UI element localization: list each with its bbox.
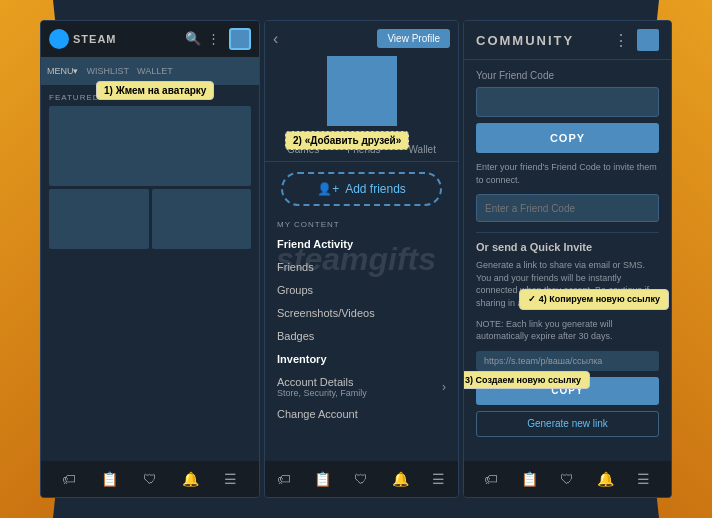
- bottom-menu-icon[interactable]: ☰: [222, 470, 240, 488]
- comm-bottom-bell-icon[interactable]: 🔔: [597, 470, 615, 488]
- bottom-tag-icon[interactable]: 🏷: [60, 470, 78, 488]
- steam-main-content: FEATURED & RECOMMENDED: [41, 85, 259, 461]
- steam-client-panel: STEAM 🔍 ⋮ 1) Жмем на аватарку MENU▾ WISH…: [40, 20, 260, 498]
- community-avatar: [637, 29, 659, 51]
- community-header: COMMUNITY ⋮: [464, 21, 671, 60]
- community-more-icon[interactable]: ⋮: [613, 31, 629, 50]
- profile-popup-panel: ‹ View Profile 2) «Добавить друзей» Game…: [264, 20, 459, 498]
- featured-item-1: [49, 189, 149, 249]
- popup-bottom-shield-icon[interactable]: 🛡: [352, 470, 370, 488]
- add-friends-icon: 👤+: [317, 182, 339, 196]
- featured-grid: [41, 106, 259, 249]
- steam-logo-text: STEAM: [73, 33, 117, 45]
- menu-item-menu[interactable]: MENU▾: [47, 66, 79, 76]
- friend-code-input[interactable]: [476, 87, 659, 117]
- nav-item-friend-activity[interactable]: Friend Activity: [265, 233, 458, 256]
- steam-bottom-bar: 🏷 📋 🛡 🔔 ☰: [41, 461, 259, 497]
- account-details-item[interactable]: Account Details Store, Security, Family …: [265, 371, 458, 403]
- nav-item-change-account[interactable]: Change Account: [265, 403, 458, 426]
- nav-item-inventory[interactable]: Inventory: [265, 348, 458, 371]
- add-friends-label: Add friends: [345, 182, 406, 196]
- back-button[interactable]: ‹: [273, 30, 278, 48]
- comm-bottom-list-icon[interactable]: 📋: [520, 470, 538, 488]
- bottom-list-icon[interactable]: 📋: [101, 470, 119, 488]
- comm-bottom-menu-icon[interactable]: ☰: [635, 470, 653, 488]
- add-friends-button[interactable]: 👤+ Add friends: [281, 172, 442, 206]
- community-title: COMMUNITY: [476, 33, 574, 48]
- steam-nav-icons: 🔍 ⋮: [185, 28, 251, 50]
- invite-description: Enter your friend's Friend Code to invit…: [476, 161, 659, 186]
- comm-bottom-tag-icon[interactable]: 🏷: [482, 470, 500, 488]
- community-header-icons: ⋮: [613, 29, 659, 51]
- account-details-text: Account Details Store, Security, Family: [277, 376, 367, 398]
- more-options-icon[interactable]: ⋮: [207, 31, 223, 47]
- divider: [476, 232, 659, 233]
- view-profile-button[interactable]: View Profile: [377, 29, 450, 48]
- tab-wallet[interactable]: Wallet: [405, 142, 440, 157]
- popup-header: ‹ View Profile: [265, 21, 458, 56]
- quick-invite-description: Generate a link to share via email or SM…: [476, 259, 659, 309]
- main-container: STEAM 🔍 ⋮ 1) Жмем на аватарку MENU▾ WISH…: [40, 20, 672, 498]
- annotation-1: 1) Жмем на аватарку: [96, 81, 214, 100]
- link-container: https://s.team/p/ваша/ссылка 3) Создаем …: [476, 351, 659, 371]
- popup-bottom-bell-icon[interactable]: 🔔: [391, 470, 409, 488]
- generate-link-button[interactable]: Generate new link: [476, 411, 659, 437]
- comm-bottom-shield-icon[interactable]: 🛡: [558, 470, 576, 488]
- user-avatar[interactable]: [229, 28, 251, 50]
- nav-item-badges[interactable]: Badges: [265, 325, 458, 348]
- community-content: Your Friend Code COPY Enter your friend'…: [464, 60, 671, 461]
- popup-bottom-tag-icon[interactable]: 🏷: [275, 470, 293, 488]
- nav-item-groups[interactable]: Groups: [265, 279, 458, 302]
- steam-icon: [49, 29, 69, 49]
- steam-logo: STEAM: [49, 29, 117, 49]
- chevron-right-icon: ›: [442, 380, 446, 394]
- community-panel: COMMUNITY ⋮ Your Friend Code COPY Enter …: [463, 20, 672, 498]
- profile-avatar-image: [327, 56, 397, 126]
- bottom-bell-icon[interactable]: 🔔: [181, 470, 199, 488]
- popup-bottom-list-icon[interactable]: 📋: [314, 470, 332, 488]
- profile-avatar-container: [265, 56, 458, 138]
- menu-item-wallet[interactable]: WALLET: [137, 66, 173, 76]
- nav-item-friends[interactable]: Friends: [265, 256, 458, 279]
- nav-list: Friend Activity Friends Groups Screensho…: [265, 233, 458, 371]
- annotation-3: 3) Создаем новую ссылку: [464, 371, 590, 389]
- steam-header: STEAM 🔍 ⋮: [41, 21, 259, 57]
- community-bottom-bar: 🏷 📋 🛡 🔔 ☰: [464, 461, 671, 497]
- nav-item-screenshots[interactable]: Screenshots/Videos: [265, 302, 458, 325]
- popup-bottom-menu-icon[interactable]: ☰: [430, 470, 448, 488]
- menu-item-wishlist[interactable]: WISHLIST: [87, 66, 130, 76]
- link-url: https://s.team/p/ваша/ссылка: [484, 356, 602, 366]
- popup-bottom-bar: 🏷 📋 🛡 🔔 ☰: [265, 461, 458, 497]
- featured-item-2: [152, 189, 252, 249]
- search-icon[interactable]: 🔍: [185, 31, 201, 47]
- featured-item-main: [49, 106, 251, 186]
- my-content-label: MY CONTENT: [265, 216, 458, 233]
- annotation-2: 2) «Добавить друзей»: [285, 131, 409, 150]
- friend-code-title: Your Friend Code: [476, 70, 659, 81]
- enter-friend-code-input[interactable]: [476, 194, 659, 222]
- quick-invite-title: Or send a Quick Invite: [476, 241, 659, 253]
- account-details-main: Account Details: [277, 376, 367, 388]
- annotation-4: ✓ 4) Копируем новую ссылку: [519, 289, 669, 310]
- account-details-sub: Store, Security, Family: [277, 388, 367, 398]
- bottom-shield-icon[interactable]: 🛡: [141, 470, 159, 488]
- note-text: NOTE: Each link you generate will automa…: [476, 318, 659, 343]
- copy-button-1[interactable]: COPY: [476, 123, 659, 153]
